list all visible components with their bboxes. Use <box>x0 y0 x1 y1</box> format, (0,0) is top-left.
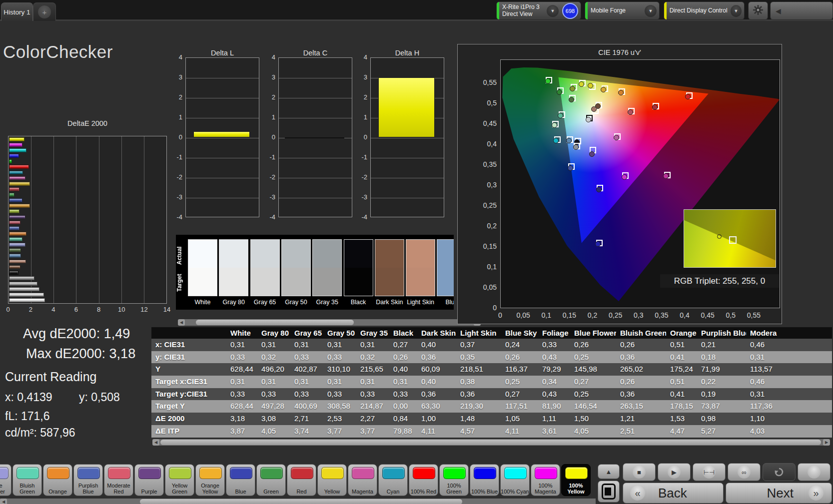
table-row: Target y:CIE310,330,330,330,330,330,330,… <box>151 388 832 401</box>
swatch-gray-65[interactable] <box>250 239 280 296</box>
deltae-bar <box>9 237 22 241</box>
swatch-gray-80[interactable] <box>219 239 248 296</box>
table-row: ΔE 20003,183,082,712,532,270,841,001,481… <box>151 413 832 425</box>
table-cell: 0,31 <box>323 339 356 351</box>
patch-button-magenta[interactable]: Magenta <box>348 464 377 496</box>
row-label: ΔE 2000 <box>151 413 226 425</box>
swatch-gray-35[interactable] <box>312 239 342 296</box>
transport-none-button[interactable] <box>798 463 831 481</box>
patch-button-blue-flower[interactable]: Blue Flower <box>0 464 11 496</box>
collapse-panel-button[interactable]: ◀ <box>770 1 833 20</box>
table-cell: 0,31 <box>226 376 257 388</box>
scroll-left-icon[interactable]: ◀ <box>152 439 159 446</box>
table-cell: 2,53 <box>323 413 356 425</box>
swatch-scrollbar-thumb[interactable] <box>196 320 354 325</box>
delta-chart-delta-l <box>185 57 259 217</box>
patch-button-100-red[interactable]: 100% Red <box>409 464 438 496</box>
swatch-gray-50[interactable] <box>281 239 311 296</box>
table-scrollbar[interactable]: ◀ ▶ <box>152 439 830 446</box>
swatch-actual <box>375 240 404 268</box>
swatch-light-skin[interactable] <box>406 239 435 296</box>
back-button[interactable]: « Back <box>623 483 724 504</box>
scroll-up-button[interactable]: ▲ <box>598 464 620 479</box>
scroll-right-icon[interactable]: ▶ <box>823 439 830 446</box>
swatch-scrollbar[interactable]: ◀ ▶ <box>178 319 481 326</box>
patch-row-scrollbar[interactable]: ◀ <box>0 499 596 504</box>
patch-button-100-yellow[interactable]: 100% Yellow <box>561 464 591 496</box>
patch-button-100-magenta[interactable]: 100% Magenta <box>531 464 560 496</box>
transport-infinity-button[interactable]: ∞ <box>728 463 761 481</box>
table-row: y: CIE310,330,320,330,330,320,260,360,35… <box>151 351 832 364</box>
patch-button-red[interactable]: Red <box>287 464 316 496</box>
patch-button-cyan[interactable]: Cyan <box>378 464 408 496</box>
transport-stop-button[interactable]: ■ <box>623 463 656 481</box>
transport-range-button[interactable]: ⊢⊣ <box>693 463 726 481</box>
table-scrollbar-thumb[interactable] <box>160 440 821 445</box>
patch-button-yellow[interactable]: Yellow <box>317 464 347 496</box>
patch-button-moderate-red[interactable]: Moderate Red <box>104 464 133 496</box>
swatch-label: Gray 35 <box>312 299 342 306</box>
patch-button-100-blue[interactable]: 100% Blue <box>470 464 499 496</box>
display-control-dropdown[interactable]: Direct Display Control▼ <box>664 1 745 20</box>
patch-label: Blue Flower <box>0 483 11 495</box>
table-cell: 0,33 <box>538 339 570 351</box>
chevron-down-icon[interactable]: ▼ <box>731 5 742 17</box>
next-button[interactable]: Next » <box>726 483 832 504</box>
patch-button-blue[interactable]: Blue <box>226 464 255 496</box>
patch-button-purplish-blue[interactable]: Purplish Blue <box>73 464 103 496</box>
patch-label: Purple <box>135 489 163 495</box>
transport-refresh-button[interactable] <box>763 463 796 481</box>
transport-play-button[interactable]: ▶ <box>658 463 691 481</box>
deltae-bar <box>9 148 26 152</box>
patch-button-green[interactable]: Green <box>256 464 286 496</box>
settings-button[interactable] <box>748 1 768 20</box>
source-dropdown[interactable]: Mobile Forge▼ <box>585 1 660 20</box>
measured-point-marker <box>586 117 591 122</box>
max-de2000: Max dE2000: 3,18 <box>26 346 135 362</box>
patch-button-100-cyan[interactable]: 100% Cyan <box>500 464 530 496</box>
y-tick-label: 2 <box>263 93 275 101</box>
swatch-blue[interactable] <box>437 239 454 296</box>
patch-color-chip <box>77 467 100 479</box>
swatch-label: White <box>188 299 217 306</box>
patch-color-chip <box>443 467 466 479</box>
pattern-window-button[interactable] <box>598 481 620 503</box>
stop-icon: ■ <box>633 466 646 479</box>
y-tick-label: 0,1 <box>475 263 497 271</box>
patch-scrollbar-thumb[interactable] <box>140 499 462 504</box>
x-tick-label: 0,25 <box>606 311 626 319</box>
table-cell: 175,24 <box>666 363 697 376</box>
table-cell: 2,71 <box>290 413 323 425</box>
deltae-bar <box>9 248 21 252</box>
deltae-bar-row <box>8 142 166 147</box>
table-cell: 3,61 <box>538 425 570 438</box>
table-cell: 0,51 <box>666 339 697 351</box>
swatch-white[interactable] <box>188 239 217 296</box>
patch-button-purple[interactable]: Purple <box>134 464 164 496</box>
add-tab-button[interactable]: + <box>33 2 56 21</box>
patch-button-orange-yellow[interactable]: Orange Yellow <box>195 464 225 496</box>
deltae-bar-row <box>8 292 166 298</box>
swatch-target <box>313 268 341 296</box>
tab-history-1[interactable]: History 1 <box>1 2 33 21</box>
swatch-black[interactable] <box>344 239 373 296</box>
chevron-down-icon[interactable]: ▼ <box>547 5 559 17</box>
column-header: Foliage <box>538 327 570 339</box>
table-cell: 116,37 <box>501 363 538 376</box>
table-cell: 0,26 <box>616 339 666 351</box>
table-cell: 0,31 <box>746 351 789 364</box>
swatch-dark-skin[interactable] <box>375 239 404 296</box>
scroll-left-icon[interactable]: ◀ <box>0 499 7 504</box>
y-tick-label: 0,55 <box>475 78 497 86</box>
scroll-left-icon[interactable]: ◀ <box>178 319 185 326</box>
patch-button-bluish-green[interactable]: Bluish Green <box>12 464 42 496</box>
patch-button-orange[interactable]: Orange <box>43 464 72 496</box>
patch-button-100-green[interactable]: 100% Green <box>439 464 469 496</box>
chevron-down-icon[interactable]: ▼ <box>645 5 657 17</box>
table-cell: 3,87 <box>226 425 257 438</box>
meter-dropdown[interactable]: X-Rite i1Pro 3Direct View▼698 <box>496 1 581 20</box>
deltae-bar-row <box>8 275 166 281</box>
measured-point-marker <box>570 86 575 91</box>
x-tick-label: 0,45 <box>698 311 718 319</box>
patch-button-yellow-green[interactable]: Yellow Green <box>165 464 194 496</box>
